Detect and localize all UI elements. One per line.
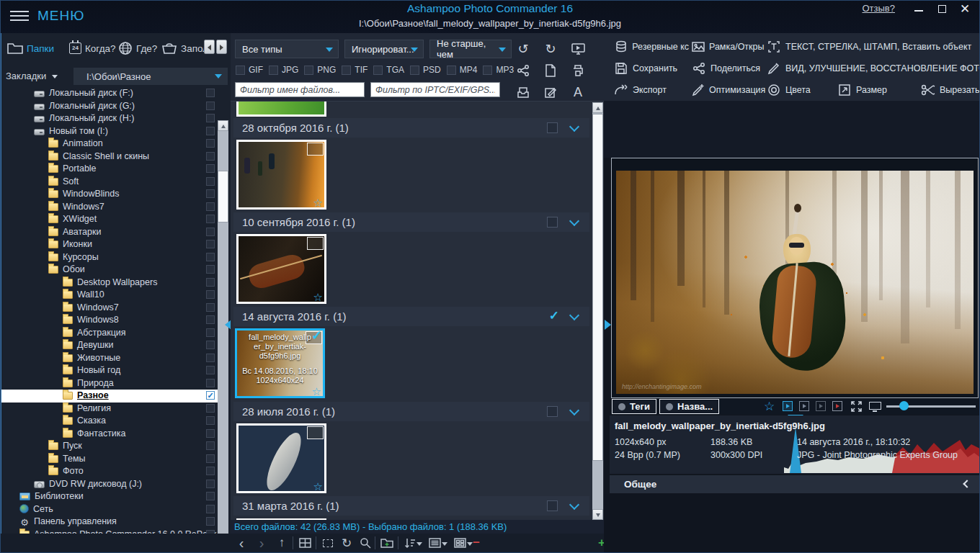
tree-item[interactable]: Разное✓ [1,390,218,403]
preview-image[interactable]: http://enchantingimage.com [616,171,974,394]
group-checkbox[interactable] [547,406,558,417]
filename-filter-input[interactable] [235,82,365,97]
tree-item[interactable]: Животные [1,352,218,365]
tree-item[interactable]: Новый год [1,364,218,377]
tree-item[interactable]: Windows7 [1,302,218,315]
tree-item-checkbox[interactable] [206,114,215,122]
tree-item-checkbox[interactable] [206,127,215,135]
view-list-button[interactable] [427,536,442,550]
action-size-button[interactable]: Размер [837,83,918,97]
tree-vertical-scrollbar[interactable] [218,120,228,553]
path-combobox[interactable]: I:\Обои\Разное [74,68,228,85]
minimize-button[interactable] [912,3,925,16]
tree-item[interactable]: Portable [1,163,218,176]
undo-button[interactable]: ↺ [514,40,532,58]
tree-item[interactable]: Animation [1,138,218,150]
tree-item-checkbox[interactable] [206,303,215,312]
tree-item-checkbox[interactable] [206,467,215,475]
tree-item[interactable]: Курсоры [1,251,218,264]
chevron-left-icon[interactable] [963,480,971,487]
thumbnail-fall[interactable]: ☆fall_melody_wallper_by_inertiak-d5fg9h6… [235,328,325,398]
checkbox-icon[interactable] [304,66,313,75]
section-header-general[interactable]: Общее [610,475,980,493]
chevron-down-icon[interactable] [569,310,579,320]
tree-item-checkbox[interactable] [206,278,215,287]
scroll-up-button[interactable] [218,120,228,131]
thumbnail-still[interactable]: ☆ [236,140,326,210]
tags-button[interactable]: Теги [612,399,656,414]
tree-item[interactable]: Аватарки [1,226,218,239]
tree-item[interactable]: Пуск [1,440,218,453]
format-checkbox-gif[interactable]: GIF [236,65,263,75]
tree-item[interactable]: Фото [1,465,218,478]
action-frame-button[interactable]: Рамка/Откры [692,40,764,54]
tree-item[interactable]: Обои [1,264,218,276]
action-optimize-button[interactable]: Оптимизация [692,83,764,97]
tree-item-checkbox[interactable] [206,290,215,299]
view-thumbnails-button[interactable] [452,536,468,550]
tree-item-checkbox[interactable] [206,505,215,513]
tree-item[interactable]: Windows8 [1,314,218,327]
tree-item-checkbox[interactable] [206,441,215,450]
file-type-dropdown[interactable]: Все типы [235,40,339,58]
tree-item-checkbox[interactable] [206,454,215,463]
tree-item[interactable]: WindowBlinds [1,188,218,201]
tree-item[interactable]: Новый том (I:) [1,125,218,138]
checkbox-icon[interactable] [342,66,351,75]
tree-item-checkbox[interactable] [206,253,215,261]
tree-item-checkbox[interactable] [206,354,215,362]
tree-item[interactable]: Локальный диск (G:) [1,100,218,113]
format-checkbox-psd[interactable]: PSD [410,65,441,75]
auto-view-toggle-2[interactable] [799,401,809,411]
tree-item-checkbox[interactable] [206,379,215,387]
redo-button[interactable]: ↻ [542,40,559,58]
metadata-filter-input[interactable] [370,82,500,97]
action-backup-button[interactable]: Резервные кс [614,40,689,54]
group-checkbox[interactable] [547,500,558,511]
thumbnail-violin[interactable]: ☆ [236,234,326,304]
action-share-button[interactable]: Поделиться [692,61,764,76]
tree-item[interactable]: XWidget [1,213,218,226]
up-button[interactable]: ↑ [274,536,290,550]
refresh-button[interactable]: ↻ [339,536,355,550]
tree-item-checkbox[interactable] [206,152,215,161]
tree-item-checkbox[interactable] [206,177,215,186]
format-checkbox-mp4[interactable]: MP4 [447,65,478,75]
table-view-button[interactable] [297,536,313,550]
checkbox-icon[interactable] [483,66,492,75]
age-dropdown[interactable]: Не старше, чем [429,40,512,58]
group-selected-check-icon[interactable]: ✓ [549,308,559,323]
tab-when[interactable]: 24 Когда? [69,39,116,58]
tree-item[interactable]: Природа [1,377,218,390]
auto-view-toggle-3[interactable] [816,401,826,411]
tab-where[interactable]: Где? [118,39,157,58]
chevron-down-icon[interactable] [569,405,579,415]
star-rating-icon[interactable]: ☆ [313,197,323,210]
back-button[interactable]: ‹ [233,536,249,550]
scroll-down-button[interactable] [592,509,603,520]
format-checkbox-png[interactable]: PNG [304,65,336,75]
tree-item-checkbox[interactable] [206,341,215,349]
new-folder-button[interactable] [379,536,395,550]
close-button[interactable]: ✕ [958,3,971,16]
tree-item[interactable]: Иконки [1,238,218,251]
group-checkbox[interactable] [547,217,558,228]
title-button[interactable]: Назва... [659,399,719,414]
tree-item-checkbox[interactable] [206,265,215,274]
tree-item-checkbox[interactable] [206,429,215,438]
date-group-header[interactable]: 10 сентября 2016 г. (1) [233,212,589,232]
chevron-down-icon[interactable] [442,542,447,546]
tree-item-checkbox[interactable] [206,102,215,110]
zoom-out-button[interactable]: − [468,536,484,550]
tree-item[interactable]: Девушки [1,339,218,352]
tree-item-checkbox[interactable] [206,139,215,148]
tree-item-checkbox[interactable] [206,240,215,248]
date-group-header[interactable]: 14 августа 2016 г. (1)✓ [233,307,589,326]
tree-item-checkbox[interactable]: ✓ [206,391,215,400]
collapse-right-panel-arrow[interactable] [605,320,611,330]
action-save-button[interactable]: Сохранить [614,61,689,76]
tree-item-checkbox[interactable] [206,416,215,425]
checkbox-icon[interactable] [410,66,419,75]
tree-item-checkbox[interactable] [206,328,215,337]
monitor-icon[interactable] [869,402,881,410]
